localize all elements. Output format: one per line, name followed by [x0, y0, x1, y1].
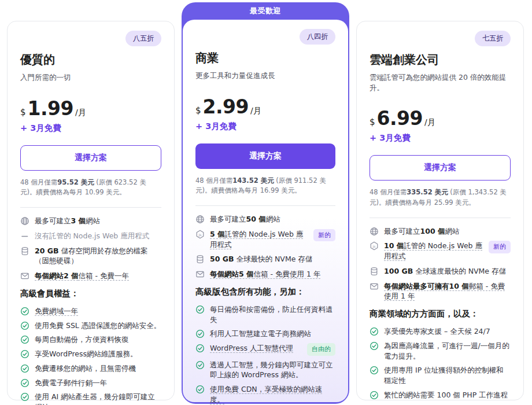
benefit-item: 每日備份和按需備份，防止任何資料遺失 [195, 304, 335, 325]
check-icon [370, 341, 379, 351]
benefit-item: 享受WordPress網站維護服務。 [20, 349, 161, 359]
benefit-item: 免費電子郵件行銷一年 [20, 378, 161, 388]
checks-list: 免費網域一年使用免費 SSL 憑證保護您的網站安全。每周自動備份，方便資料恢復享… [20, 306, 161, 405]
benefit-item: 每周自動備份，方便資料恢復 [20, 334, 161, 345]
note-price: 335.52 美元 [407, 188, 448, 196]
section-header: 商業領域的方方面面，以及： [370, 308, 511, 319]
benefit-item: 享受優先專家支援 – 全天候 24/7 [370, 326, 511, 337]
benefit-item: 使用專用 IP 位址獲得額外的控制權和穩定性 [370, 365, 511, 386]
select-plan-button[interactable]: 選擇方案 [195, 143, 335, 169]
features-list: 最多可建立3 個網站沒有託管的 Node.js Web 應用程式20 GB 儲存… [20, 216, 161, 281]
check-icon [20, 364, 29, 373]
feature-text[interactable]: 每個網站5 個信箱 - 免費使用 1 年 [210, 269, 320, 279]
renewal-note: 48 個月僅需335.52 美元 (原價 1,343.52 美元)。續費價格為每… [370, 187, 511, 208]
select-plan-button[interactable]: 選擇方案 [20, 145, 161, 171]
check-icon [20, 349, 29, 359]
feature-text: 最多可建立3 個網站 [35, 216, 100, 226]
price-period: /月 [75, 108, 86, 118]
feature-text: 最多可建立100 個網站 [384, 226, 459, 237]
benefit-text[interactable]: WordPress 人工智慧代理 [210, 343, 293, 354]
check-icon [370, 391, 379, 400]
features-list: 最多可建立50 個網站js5 個託管的 Node.js Web 應用程式新的50… [195, 214, 335, 279]
feature-item: 最多可建立50 個網站 [195, 214, 335, 224]
benefit-item: WordPress 人工智慧代理自由的 [195, 343, 335, 356]
feature-item: 每個網站最多可擁有10 個郵箱 - 免費使用 1 年 [370, 281, 511, 302]
price-period: /月 [250, 106, 261, 116]
feature-item: 每個網站2 個信箱 - 免費一年 [20, 271, 161, 281]
feature-item: 100 GB 全球速度最快的 NVMe 存儲 [370, 266, 511, 277]
price-amount: 6.99 [377, 109, 423, 128]
price: $ 6.99 /月 [370, 109, 511, 128]
feature-item: 最多可建立3 個網站 [20, 216, 161, 226]
note-prefix: 48 個月僅需 [20, 178, 57, 186]
promo-offer: + 3月免費 [20, 123, 161, 134]
feature-text: 20 GB 儲存空間用於存放您的檔案（固態硬碟） [35, 246, 161, 267]
benefit-text: 每日備份和按需備份，防止任何資料遺失 [210, 304, 335, 325]
feature-item: 最多可建立100 個網站 [370, 226, 511, 237]
database-icon [20, 246, 29, 256]
feature-text[interactable]: 每個網站2 個信箱 - 免費一年 [35, 271, 129, 281]
database-icon [195, 255, 205, 264]
benefit-text: 透過人工智慧，幾分鐘內即可建立可立即上線的 WordPress 網站。 [210, 360, 335, 381]
check-icon [195, 344, 205, 353]
section-header: 高級版包含所有功能，另加： [195, 286, 335, 297]
feature-text[interactable]: 10 個託管的 Node.js Web 應用程式 [384, 241, 483, 262]
plan-subtitle: 入門所需的一切 [20, 72, 161, 83]
nodejs-icon: js [195, 230, 205, 239]
currency-symbol: $ [195, 105, 201, 116]
benefit-item: 利用人工智慧建立電子商務網站 [195, 329, 335, 339]
price: $ 1.99 /月 [20, 99, 161, 118]
plan-title: 優質的 [20, 52, 161, 68]
benefit-item: 免費網域一年 [20, 306, 161, 316]
mail-icon [195, 270, 205, 279]
mail-icon [370, 282, 379, 291]
check-icon [370, 327, 379, 336]
promo-offer: + 3月免費 [370, 132, 511, 143]
discount-badge: 七五折 [475, 31, 511, 46]
divider [370, 218, 511, 218]
plan-subtitle: 雲端託管可為您的網站提供 20 倍的效能提升。 [370, 72, 511, 93]
promo-offer: + 3月免費 [195, 121, 335, 132]
benefit-text: 為因應高峰流量，可進行一週/一個月的電力提升。 [384, 341, 511, 362]
check-icon [195, 385, 205, 394]
mail-icon [20, 271, 29, 281]
note-price: 95.52 美元 [57, 178, 94, 186]
benefit-item: 繁忙的網站需要 100 個 PHP 工作進程 [370, 390, 511, 400]
check-icon [20, 378, 29, 388]
check-icon [195, 329, 205, 338]
section-header: 高級會員權益： [20, 288, 161, 299]
discount-badge: 八四折 [300, 29, 335, 45]
features-list: 最多可建立100 個網站js10 個託管的 Node.js Web 應用程式新的… [370, 226, 511, 302]
checks-list: 每日備份和按需備份，防止任何資料遺失利用人工智慧建立電子商務網站WordPres… [195, 304, 335, 405]
divider [195, 205, 335, 206]
feature-text[interactable]: 5 個託管的 Node.js Web 應用程式 [210, 229, 308, 250]
select-plan-button[interactable]: 選擇方案 [370, 155, 511, 181]
benefit-text[interactable]: 使用免費 CDN，享受極致的網站速度。 [210, 384, 335, 405]
svg-text:js: js [198, 232, 202, 237]
feature-text: 100 GB 全球速度最快的 NVMe 存儲 [384, 266, 506, 277]
check-icon [20, 321, 29, 330]
popular-banner: 最受歡迎 [183, 2, 348, 20]
check-icon [195, 360, 205, 370]
benefit-text: 享受WordPress網站維護服務。 [35, 349, 138, 359]
feature-item: js10 個託管的 Node.js Web 應用程式新的 [370, 241, 511, 262]
benefit-text: 免費遷移您的網站，且無需停機 [35, 363, 136, 374]
feature-text: 最多可建立50 個網站 [210, 214, 280, 224]
feature-text[interactable]: 每個網站最多可擁有10 個郵箱 - 免費使用 1 年 [384, 281, 511, 302]
benefit-item: 透過人工智慧，幾分鐘內即可建立可立即上線的 WordPress 網站。 [195, 360, 335, 381]
dash-icon [20, 231, 29, 241]
plan-subtitle: 更多工具和力量促進成長 [195, 71, 335, 81]
plan-title: 商業 [195, 50, 335, 66]
benefit-text[interactable]: 免費網域一年 [35, 306, 78, 316]
benefit-text: 使用專用 IP 位址獲得額外的控制權和穩定性 [384, 365, 511, 386]
currency-symbol: $ [20, 107, 26, 117]
price-period: /月 [424, 117, 435, 128]
check-icon [20, 307, 29, 316]
benefit-text: 使用免費 SSL 憑證保護您的網站安全。 [35, 321, 161, 331]
pricing-card-business: 八四折 商業 更多工具和力量促進成長 $ 2.99 /月 + 3月免費 選擇方案… [183, 20, 348, 402]
benefit-text: 利用人工智慧建立電子商務網站 [210, 329, 311, 339]
check-icon [20, 335, 29, 344]
feature-text: 沒有託管的 Node.js Web 應用程式 [35, 231, 149, 241]
nodejs-icon: js [370, 241, 379, 251]
globe-icon [20, 216, 29, 226]
